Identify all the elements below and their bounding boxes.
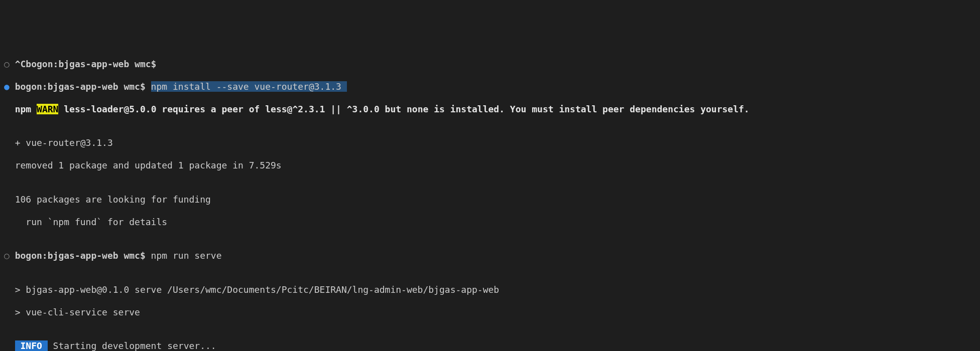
terminal-line: > vue-cli-service serve [0, 307, 980, 318]
terminal-line: npm WARN less-loader@5.0.0 requires a pe… [0, 104, 980, 115]
prompt-bullet: ○ [4, 59, 10, 69]
npm-label: npm [15, 104, 32, 114]
terminal-line: ○ bogon:bjgas-app-web wmc$ npm run serve [0, 250, 980, 262]
terminal-line: 106 packages are looking for funding [0, 194, 980, 206]
terminal-line: run `npm fund` for details [0, 217, 980, 228]
terminal-line: ○ ^Cbogon:bjgas-app-web wmc$ [0, 59, 980, 70]
command-text: npm run serve [151, 250, 222, 261]
prompt-bullet: ● [4, 81, 10, 92]
info-message: Starting development server... [48, 340, 216, 351]
terminal-line: > bjgas-app-web@0.1.0 serve /Users/wmc/D… [0, 284, 980, 296]
terminal-output[interactable]: ○ ^Cbogon:bjgas-app-web wmc$ ● bogon:bjg… [0, 47, 980, 351]
command-highlighted: npm install --save vue-router@3.1.3 [151, 81, 347, 92]
prompt-bullet: ○ [4, 250, 10, 261]
shell-prompt: ^Cbogon:bjgas-app-web wmc$ [10, 59, 162, 69]
shell-prompt: bogon:bjgas-app-web wmc$ [10, 81, 151, 92]
shell-prompt: bogon:bjgas-app-web wmc$ [10, 250, 151, 261]
terminal-line: ● bogon:bjgas-app-web wmc$ npm install -… [0, 81, 980, 93]
terminal-line: + vue-router@3.1.3 [0, 137, 980, 149]
terminal-line: INFO Starting development server... [0, 340, 980, 351]
warn-badge: WARN [37, 104, 58, 114]
terminal-line: removed 1 package and updated 1 package … [0, 160, 980, 171]
info-badge: INFO [15, 340, 48, 351]
warn-message: less-loader@5.0.0 requires a peer of les… [58, 104, 749, 114]
